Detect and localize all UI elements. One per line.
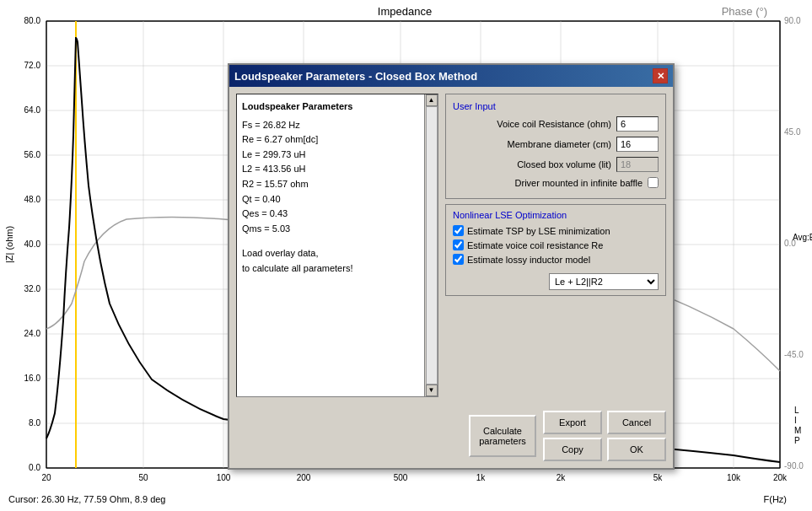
svg-text:0.0: 0.0 — [29, 463, 40, 472]
svg-text:M: M — [794, 426, 801, 435]
svg-text:I: I — [794, 416, 797, 425]
svg-text:72.0: 72.0 — [24, 61, 41, 70]
svg-text:16.0: 16.0 — [24, 374, 41, 383]
inputs-panel: User Input Voice coil Resistance (ohm) M… — [445, 94, 666, 397]
svg-text:500: 500 — [394, 473, 408, 482]
dialog-titlebar: Loudspeaker Parameters - Closed Box Meth… — [229, 65, 673, 87]
infinite-baffle-checkbox[interactable] — [648, 177, 659, 188]
param-qt: Qt = 0.40 — [242, 192, 419, 207]
svg-text:45.0: 45.0 — [784, 127, 801, 137]
scroll-down-arrow[interactable]: ▼ — [426, 385, 438, 396]
svg-text:10k: 10k — [727, 473, 741, 482]
svg-text:56.0: 56.0 — [24, 150, 41, 159]
infinite-baffle-row: Driver mounted in infinite baffle — [453, 177, 659, 188]
voice-coil-row: Voice coil Resistance (ohm) — [453, 116, 659, 132]
param-fs: Fs = 26.82 Hz — [242, 118, 419, 133]
est-voice-checkbox[interactable] — [453, 239, 464, 250]
svg-text:Avg:Exp: Avg:Exp — [793, 233, 812, 242]
param-qes: Qes = 0.43 — [242, 207, 419, 222]
est-lossy-checkbox[interactable] — [453, 254, 464, 265]
infinite-baffle-label: Driver mounted in infinite baffle — [515, 178, 643, 188]
est-tsp-label: Estimate TSP by LSE minimization — [467, 226, 610, 236]
svg-text:8.0: 8.0 — [29, 418, 40, 428]
svg-text:200: 200 — [297, 473, 311, 482]
params-list: Loudspeaker Parameters Fs = 26.82 Hz Re … — [242, 100, 433, 277]
user-input-label: User Input — [453, 101, 659, 111]
svg-text:5k: 5k — [653, 473, 664, 482]
model-row: Le + L2||R2 Le only L2||R2 only — [453, 270, 659, 290]
dialog: Loudspeaker Parameters - Closed Box Meth… — [228, 63, 675, 470]
calculate-button[interactable]: Calculateparameters — [469, 415, 536, 457]
cursor-text: Cursor: 26.30 Hz, 77.59 Ohm, 8.9 deg — [8, 494, 166, 504]
est-voice-row: Estimate voice coil resistance Re — [453, 239, 659, 250]
membrane-row: Membrane diameter (cm) — [453, 137, 659, 152]
est-lossy-label: Estimate lossy inductor model — [467, 255, 590, 265]
bottom-button-row: Copy OK — [543, 438, 666, 461]
svg-text:P: P — [794, 436, 800, 445]
param-r2: R2 = 15.57 ohm — [242, 177, 419, 192]
param-l2: L2 = 413.56 uH — [242, 162, 419, 177]
svg-text:1k: 1k — [476, 473, 487, 482]
svg-text:100: 100 — [217, 473, 231, 482]
param-qms: Qms = 5.03 — [242, 222, 419, 237]
svg-text:20k: 20k — [773, 473, 788, 482]
scroll-track[interactable] — [426, 106, 438, 385]
svg-text:90.0: 90.0 — [784, 16, 801, 25]
svg-text:Phase (°): Phase (°) — [722, 5, 767, 18]
dialog-footer: Calculateparameters Export Cancel Copy O… — [229, 404, 673, 468]
svg-text:|Z| (ohm): |Z| (ohm) — [4, 226, 14, 263]
nonlinear-label: Nonlinear LSE Optimization — [453, 210, 659, 220]
svg-text:64.0: 64.0 — [24, 105, 41, 115]
ok-button[interactable]: OK — [607, 438, 666, 461]
params-panel: Loudspeaker Parameters Fs = 26.82 Hz Re … — [236, 94, 438, 397]
closed-box-row: Closed box volume (lit) — [453, 157, 659, 172]
close-button[interactable]: ✕ — [653, 68, 668, 83]
dialog-title: Loudspeaker Parameters - Closed Box Meth… — [234, 70, 477, 83]
svg-text:L: L — [794, 406, 799, 415]
membrane-input[interactable] — [616, 137, 659, 152]
footer-right-buttons: Export Cancel Copy OK — [543, 411, 666, 461]
params-scrollbar: ▲ ▼ — [424, 94, 438, 396]
user-input-section: User Input Voice coil Resistance (ohm) M… — [445, 94, 666, 199]
svg-text:2k: 2k — [557, 473, 567, 482]
svg-text:50: 50 — [138, 473, 148, 482]
svg-text:-90.0: -90.0 — [784, 461, 804, 471]
nonlinear-section: Nonlinear LSE Optimization Estimate TSP … — [445, 204, 666, 296]
svg-text:32.0: 32.0 — [24, 284, 41, 293]
cancel-button[interactable]: Cancel — [607, 411, 666, 434]
svg-text:24.0: 24.0 — [24, 329, 41, 338]
copy-button[interactable]: Copy — [543, 438, 602, 461]
svg-text:Impedance: Impedance — [378, 5, 432, 18]
svg-text:48.0: 48.0 — [24, 195, 41, 204]
export-button[interactable]: Export — [543, 411, 602, 434]
top-button-row: Export Cancel — [543, 411, 666, 434]
svg-text:-45.0: -45.0 — [784, 350, 804, 359]
svg-text:40.0: 40.0 — [24, 239, 41, 249]
param-note2: to calculate all parameters! — [242, 261, 419, 277]
param-re: Re = 6.27 ohm[dc] — [242, 132, 419, 148]
svg-text:80.0: 80.0 — [24, 16, 41, 25]
membrane-label: Membrane diameter (cm) — [453, 139, 611, 149]
est-tsp-checkbox[interactable] — [453, 225, 464, 236]
voice-coil-label: Voice coil Resistance (ohm) — [453, 119, 611, 129]
closed-box-input[interactable] — [616, 157, 659, 172]
est-voice-label: Estimate voice coil resistance Re — [467, 240, 603, 250]
param-le: Le = 299.73 uH — [242, 148, 419, 163]
closed-box-label: Closed box volume (lit) — [453, 159, 611, 169]
voice-coil-input[interactable] — [616, 116, 659, 132]
scroll-up-arrow[interactable]: ▲ — [426, 94, 438, 106]
svg-text:20: 20 — [41, 473, 51, 482]
est-tsp-row: Estimate TSP by LSE minimization — [453, 225, 659, 236]
param-header: Loudspeaker Parameters — [242, 100, 419, 115]
model-select[interactable]: Le + L2||R2 Le only L2||R2 only — [549, 273, 659, 290]
param-note1: Load overlay data, — [242, 246, 419, 261]
est-lossy-row: Estimate lossy inductor model — [453, 254, 659, 265]
dialog-body: Loudspeaker Parameters Fs = 26.82 Hz Re … — [229, 87, 673, 404]
x-axis-label: F(Hz) — [764, 494, 788, 504]
